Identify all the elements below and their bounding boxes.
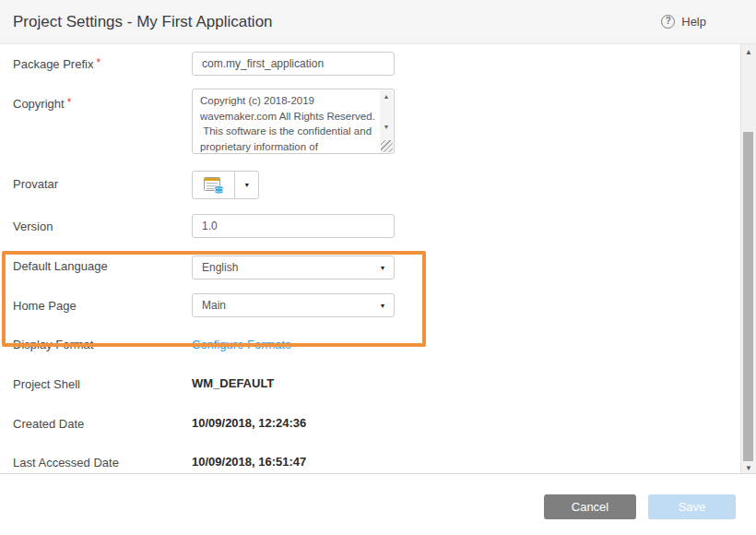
provatar-label: Provatar xyxy=(13,177,58,191)
project-shell-value: WM_DEFAULT xyxy=(192,376,395,390)
configure-formats-link[interactable]: Configure Formats xyxy=(192,338,395,351)
default-language-select[interactable]: English ▾ xyxy=(192,256,395,279)
provatar-button[interactable] xyxy=(193,172,234,198)
scroll-down-icon[interactable]: ▼ xyxy=(741,464,756,472)
copyright-scrollbar[interactable]: ▲ ▼ xyxy=(380,90,393,140)
provatar-dropdown-button[interactable]: ▾ xyxy=(234,172,258,198)
default-language-label: Default Language xyxy=(13,259,108,273)
copyright-text: Copyright (c) 2018-2019 wavemaker.com Al… xyxy=(200,93,379,153)
resize-grip-icon[interactable] xyxy=(381,140,393,152)
provatar-icon xyxy=(202,174,226,196)
version-label: Version xyxy=(13,220,53,233)
scroll-up-icon[interactable]: ▲ xyxy=(741,48,756,56)
copyright-textarea[interactable]: Copyright (c) 2018-2019 wavemaker.com Al… xyxy=(192,89,395,154)
last-accessed-date-label: Last Accessed Date xyxy=(13,456,119,470)
caret-down-icon: ▾ xyxy=(245,181,249,189)
settings-form: Package Prefix* Copyright* Copyright (c)… xyxy=(0,44,756,473)
copyright-label: Copyright* xyxy=(13,96,71,111)
display-format-label: Display Format xyxy=(13,338,93,351)
vertical-scrollbar[interactable]: ▲ ▼ xyxy=(740,44,756,475)
package-prefix-label: Package Prefix* xyxy=(13,56,100,71)
help-button[interactable]: ? Help xyxy=(661,15,706,29)
project-settings-dialog: Project Settings - My First Application … xyxy=(0,0,756,535)
scrollbar-thumb[interactable] xyxy=(743,132,753,461)
required-marker: * xyxy=(67,96,72,109)
dialog-footer: Cancel Save xyxy=(0,473,756,535)
home-page-label: Home Page xyxy=(13,299,77,313)
caret-down-icon: ▾ xyxy=(381,264,384,272)
home-page-select[interactable]: Main ▾ xyxy=(192,293,395,317)
caret-down-icon: ▾ xyxy=(381,302,384,310)
help-icon: ? xyxy=(661,15,675,29)
dialog-title: Project Settings - My First Application xyxy=(13,13,273,31)
scroll-up-icon[interactable]: ▲ xyxy=(380,93,393,100)
scroll-down-icon[interactable]: ▼ xyxy=(380,124,393,130)
last-accessed-date-value: 10/09/2018, 16:51:47 xyxy=(192,455,395,469)
version-input[interactable] xyxy=(192,214,395,238)
project-shell-label: Project Shell xyxy=(13,377,80,391)
package-prefix-input[interactable] xyxy=(192,52,395,76)
home-page-value: Main xyxy=(202,299,226,312)
help-label: Help xyxy=(681,15,706,29)
cancel-button[interactable]: Cancel xyxy=(544,494,636,519)
created-date-value: 10/09/2018, 12:24:36 xyxy=(192,416,395,430)
required-marker: * xyxy=(96,56,100,69)
dialog-header: Project Settings - My First Application … xyxy=(0,0,756,44)
created-date-label: Created Date xyxy=(13,417,84,431)
provatar-picker: ▾ xyxy=(192,171,259,199)
save-button[interactable]: Save xyxy=(648,494,736,519)
default-language-value: English xyxy=(202,261,238,274)
